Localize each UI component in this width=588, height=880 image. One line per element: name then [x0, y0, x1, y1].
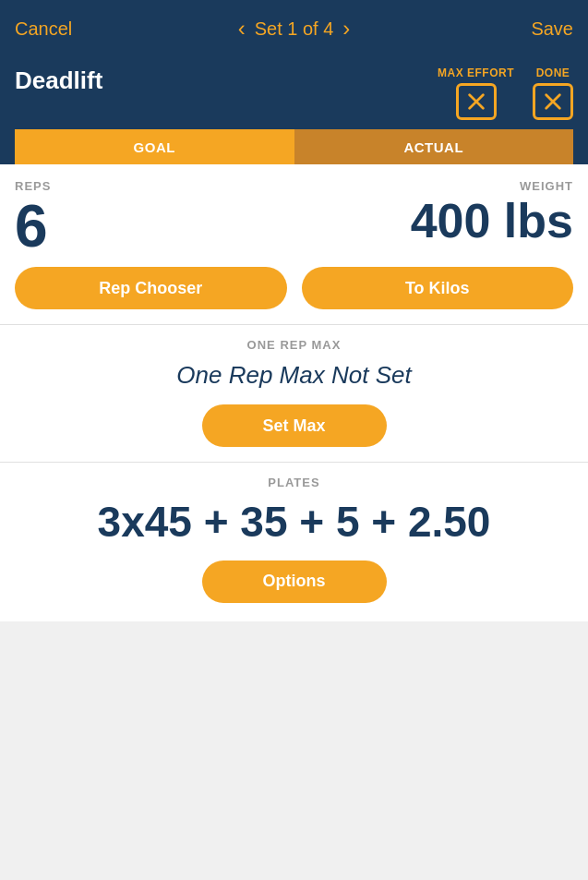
exercise-name: Deadlift [15, 66, 102, 95]
one-rep-max-section: ONE REP MAX One Rep Max Not Set Set Max [0, 325, 588, 462]
set-navigation: ‹ Set 1 of 4 › [238, 18, 351, 40]
main-content: REPS 6 WEIGHT 400 lbs Rep Chooser To Kil… [0, 164, 588, 621]
to-kilos-button[interactable]: To Kilos [302, 267, 574, 309]
badge-group: MAX EFFORT DONE [438, 66, 573, 120]
weight-label: WEIGHT [294, 179, 574, 193]
save-button[interactable]: Save [509, 18, 573, 40]
reps-column: REPS 6 [15, 179, 294, 256]
prev-set-button[interactable]: ‹ [238, 18, 246, 40]
max-effort-button[interactable] [456, 83, 497, 120]
goal-tab[interactable]: GOAL [15, 129, 294, 164]
done-label: DONE [536, 66, 570, 79]
options-button[interactable]: Options [202, 561, 387, 603]
plates-value: 3x45 + 35 + 5 + 2.50 [15, 499, 573, 546]
plates-label: PLATES [15, 476, 573, 489]
weight-column: WEIGHT 400 lbs [294, 179, 574, 256]
header-bar: Cancel ‹ Set 1 of 4 › Save [0, 0, 588, 57]
max-effort-badge: MAX EFFORT [438, 66, 514, 120]
weight-value: 400 lbs [294, 197, 574, 245]
exercise-title-row: Deadlift MAX EFFORT DONE [15, 66, 573, 120]
tab-row: GOAL ACTUAL [15, 129, 573, 164]
action-buttons-row: Rep Chooser To Kilos [0, 267, 588, 324]
max-effort-label: MAX EFFORT [438, 66, 514, 79]
next-set-button[interactable]: › [342, 18, 350, 40]
one-rep-max-label: ONE REP MAX [15, 338, 573, 352]
rep-chooser-button[interactable]: Rep Chooser [15, 267, 287, 309]
exercise-bar: Deadlift MAX EFFORT DONE [0, 57, 588, 164]
done-button[interactable] [533, 83, 573, 120]
done-badge: DONE [533, 66, 573, 120]
one-rep-max-value: One Rep Max Not Set [15, 361, 573, 390]
options-btn-row: Options [15, 561, 573, 603]
bottom-area [0, 621, 588, 880]
reps-weight-section: REPS 6 WEIGHT 400 lbs [0, 164, 588, 267]
set-max-button[interactable]: Set Max [202, 404, 387, 447]
actual-tab[interactable]: ACTUAL [294, 129, 574, 164]
cancel-button[interactable]: Cancel [15, 18, 79, 40]
reps-value: 6 [15, 197, 294, 256]
set-info-label: Set 1 of 4 [255, 18, 334, 40]
plates-section: PLATES 3x45 + 35 + 5 + 2.50 Options [0, 462, 588, 621]
set-max-btn-row: Set Max [15, 404, 573, 447]
reps-label: REPS [15, 179, 294, 193]
